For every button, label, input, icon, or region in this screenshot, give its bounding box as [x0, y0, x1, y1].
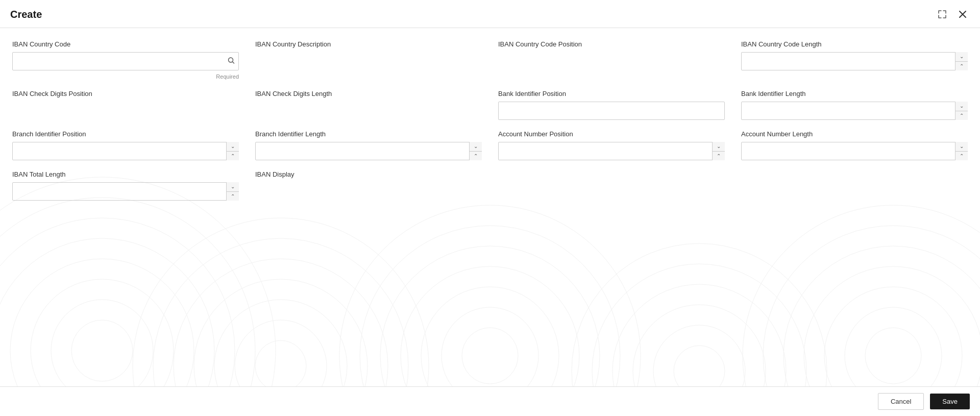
branch-identifier-length-spinner: ⌄ ⌃	[255, 142, 482, 160]
svg-point-21	[360, 226, 620, 386]
iban-check-digits-position-label: IBAN Check Digits Position	[12, 90, 239, 97]
iban-country-description-field: IBAN Country Description	[255, 40, 482, 80]
branch-identifier-length-down-btn[interactable]: ⌄	[470, 142, 482, 152]
svg-point-24	[653, 325, 745, 386]
required-text: Required	[12, 74, 239, 80]
bank-identifier-length-up-btn[interactable]: ⌃	[955, 111, 968, 120]
expand-icon[interactable]	[935, 7, 949, 21]
modal-title: Create	[10, 9, 42, 20]
svg-point-9	[255, 340, 306, 386]
account-number-length-up-btn[interactable]: ⌃	[955, 152, 968, 161]
svg-point-7	[0, 198, 255, 386]
header-actions	[935, 7, 970, 21]
branch-identifier-position-field: Branch Identifier Position ⌄ ⌃	[12, 130, 239, 160]
svg-point-5	[0, 238, 214, 386]
iban-country-code-field: IBAN Country Code Required	[12, 40, 239, 80]
modal-footer: Cancel Save	[0, 386, 980, 416]
account-number-length-field: Account Number Length ⌄ ⌃	[741, 130, 968, 160]
iban-check-digits-length-label: IBAN Check Digits Length	[255, 90, 482, 97]
svg-point-4	[10, 259, 194, 386]
iban-country-code-length-down-btn[interactable]: ⌄	[955, 52, 968, 62]
create-modal: Create IBAN Country Code	[0, 0, 980, 416]
svg-point-16	[462, 328, 518, 384]
iban-country-description-label: IBAN Country Description	[255, 40, 482, 48]
svg-point-13	[174, 259, 388, 386]
account-number-position-up-btn[interactable]: ⌃	[713, 152, 725, 161]
iban-total-length-label: IBAN Total Length	[12, 170, 239, 178]
save-button[interactable]: Save	[930, 394, 970, 409]
iban-check-digits-length-field: IBAN Check Digits Length	[255, 90, 482, 120]
svg-point-1	[71, 320, 133, 381]
branch-identifier-length-spinner-buttons: ⌄ ⌃	[469, 142, 482, 160]
svg-point-3	[31, 279, 174, 386]
svg-point-31	[824, 287, 962, 386]
iban-total-length-down-btn[interactable]: ⌄	[227, 182, 239, 192]
svg-point-25	[633, 305, 766, 386]
svg-point-34	[763, 226, 980, 386]
account-number-length-input[interactable]	[741, 142, 968, 160]
svg-point-23	[674, 346, 725, 386]
iban-total-length-up-btn[interactable]: ⌃	[227, 192, 239, 201]
branch-identifier-position-up-btn[interactable]: ⌃	[227, 152, 239, 161]
svg-point-26	[612, 284, 786, 386]
svg-point-35	[743, 205, 980, 386]
iban-total-length-spinner: ⌄ ⌃	[12, 182, 239, 201]
account-number-length-spinner-buttons: ⌄ ⌃	[955, 142, 968, 160]
account-number-length-down-btn[interactable]: ⌄	[955, 142, 968, 152]
bank-identifier-length-field: Bank Identifier Length ⌄ ⌃	[741, 90, 968, 120]
account-number-position-spinner: ⌄ ⌃	[498, 142, 725, 160]
iban-display-label: IBAN Display	[255, 170, 482, 178]
branch-identifier-length-label: Branch Identifier Length	[255, 130, 482, 138]
branch-identifier-length-field: Branch Identifier Length ⌄ ⌃	[255, 130, 482, 160]
form-grid: IBAN Country Code Required IBAN Country …	[12, 40, 968, 201]
modal-header: Create	[0, 0, 980, 28]
cancel-button[interactable]: Cancel	[878, 393, 924, 410]
iban-total-length-spinner-buttons: ⌄ ⌃	[226, 182, 239, 201]
bank-identifier-position-label: Bank Identifier Position	[498, 90, 725, 97]
modal-body: IBAN Country Code Required IBAN Country …	[0, 28, 980, 386]
svg-point-20	[380, 246, 600, 386]
bank-identifier-position-field: Bank Identifier Position	[498, 90, 725, 120]
iban-country-code-length-spinner-buttons: ⌄ ⌃	[955, 52, 968, 70]
svg-point-8	[0, 177, 276, 386]
account-number-length-spinner: ⌄ ⌃	[741, 142, 968, 160]
svg-point-32	[804, 266, 980, 386]
account-number-position-label: Account Number Position	[498, 130, 725, 138]
iban-country-code-search-wrapper	[12, 52, 239, 70]
iban-country-code-length-spinner: ⌄ ⌃	[741, 52, 968, 70]
iban-display-field: IBAN Display	[255, 170, 482, 201]
svg-point-27	[592, 264, 806, 386]
svg-point-11	[214, 300, 347, 386]
svg-point-2	[51, 300, 153, 386]
iban-country-code-input[interactable]	[12, 52, 239, 70]
svg-point-17	[442, 307, 538, 386]
account-number-position-field: Account Number Position ⌄ ⌃	[498, 130, 725, 160]
bank-identifier-length-input[interactable]	[741, 102, 968, 120]
bank-identifier-length-spinner: ⌄ ⌃	[741, 102, 968, 120]
close-icon[interactable]	[955, 7, 970, 21]
iban-country-code-length-up-btn[interactable]: ⌃	[955, 62, 968, 71]
svg-point-12	[194, 279, 368, 386]
iban-country-code-length-input[interactable]	[741, 52, 968, 70]
svg-point-30	[845, 307, 942, 386]
iban-check-digits-position-field: IBAN Check Digits Position	[12, 90, 239, 120]
branch-identifier-position-input[interactable]	[12, 142, 239, 160]
branch-identifier-length-input[interactable]	[255, 142, 482, 160]
svg-point-19	[401, 266, 579, 386]
branch-identifier-position-spinner: ⌄ ⌃	[12, 142, 239, 160]
bg-pattern	[0, 172, 980, 386]
account-number-position-down-btn[interactable]: ⌄	[713, 142, 725, 152]
svg-point-14	[153, 238, 408, 386]
bank-identifier-length-label: Bank Identifier Length	[741, 90, 968, 97]
account-number-position-input[interactable]	[498, 142, 725, 160]
branch-identifier-position-down-btn[interactable]: ⌄	[227, 142, 239, 152]
iban-total-length-field: IBAN Total Length ⌄ ⌃	[12, 170, 239, 201]
bank-identifier-length-down-btn[interactable]: ⌄	[955, 102, 968, 111]
branch-identifier-length-up-btn[interactable]: ⌃	[470, 152, 482, 161]
iban-country-code-label: IBAN Country Code	[12, 40, 239, 48]
svg-point-18	[421, 287, 559, 386]
iban-total-length-input[interactable]	[12, 182, 239, 201]
bank-identifier-position-input[interactable]	[498, 102, 725, 120]
bank-identifier-length-spinner-buttons: ⌄ ⌃	[955, 102, 968, 120]
svg-point-22	[339, 205, 641, 386]
